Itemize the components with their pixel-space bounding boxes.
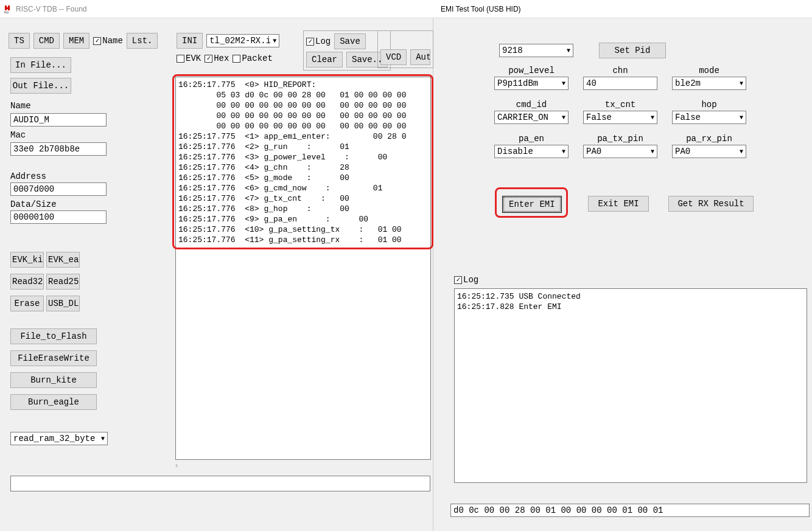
mode-dropdown[interactable]: ble2m▼ [672,77,746,90]
datasize-input[interactable] [10,210,107,224]
pa-rx-pin-dropdown[interactable]: PA0▼ [672,145,746,158]
svg-text:hci: hci [4,10,9,14]
name-checkbox[interactable]: ✓Name [93,36,123,46]
file-to-flash-button[interactable]: File_to_Flash [10,328,97,344]
read256-button[interactable]: Read256 [46,274,80,290]
tx-cnt-dropdown[interactable]: False▼ [583,111,657,124]
evk-kite-button[interactable]: EVK_kite [10,252,44,268]
log2-output[interactable]: 16:25:12.735 USB Connected 16:25:17.828 … [454,288,807,483]
svg-rect-2 [8,5,10,10]
pa-rx-pin-label: pa_rx_pin [686,134,732,144]
chevron-down-icon: ▼ [99,436,105,442]
save-button[interactable]: Save [334,33,366,49]
window-title-right: EMI Test Tool (USB HID) [441,5,521,13]
mac-input[interactable] [10,142,107,156]
lst-button[interactable]: Lst. [127,33,158,49]
hci-logo-icon: hci [4,4,13,14]
window-title-left: RISC-V TDB -- Found [16,5,86,13]
pa-en-label: pa_en [519,134,544,144]
get-rx-result-button[interactable]: Get RX Result [668,196,754,212]
clear-button[interactable]: Clear [306,52,343,68]
out-file-button[interactable]: Out File... [10,78,71,94]
chevron-down-icon: ▼ [559,148,565,155]
chevron-down-icon: ▼ [737,80,743,87]
command-input[interactable] [10,476,430,491]
cmd-id-label: cmd_id [516,100,547,109]
pa-tx-pin-label: pa_tx_pin [597,134,643,144]
ts-button[interactable]: TS [9,33,30,49]
auto-button[interactable]: Auto [410,49,430,65]
scroll-left-icon[interactable]: ‹ [175,461,178,470]
mode-label: mode [699,66,719,75]
pid-dropdown[interactable]: 9218▼ [499,44,573,57]
mem-button[interactable]: MEM [63,33,89,49]
datasize-label: Data/Size [10,200,57,209]
burn-eagle-button[interactable]: Burn_eagle [10,394,97,410]
hex-checkbox[interactable]: ✓Hex [205,54,229,63]
chevron-down-icon: ▼ [737,148,743,155]
log-output[interactable]: 16:25:17.775 <0> HID_REPORT: 05 03 d0 0c… [175,77,431,460]
read-ram-dropdown[interactable]: read_ram_32_byte▼ [10,432,108,445]
ini-button[interactable]: INI [177,33,203,49]
evk-checkbox[interactable]: EVK [177,54,201,63]
chevron-down-icon: ▼ [648,114,654,121]
vcd-button[interactable]: VCD [380,49,407,65]
chevron-down-icon: ▼ [270,38,276,44]
cmd-button[interactable]: CMD [33,33,60,49]
erase-button[interactable]: Erase [10,296,44,311]
chn-input[interactable] [583,77,657,90]
read32-button[interactable]: Read32 [10,274,44,290]
log2-checkbox[interactable]: ✓Log [454,275,478,285]
hop-dropdown[interactable]: False▼ [672,111,746,124]
address-label: Address [10,172,46,181]
address-input[interactable] [10,182,107,196]
pa-en-dropdown[interactable]: Disable▼ [494,145,569,158]
chevron-down-icon: ▼ [559,114,565,121]
hop-label: hop [701,100,716,109]
chn-label: chn [612,66,628,75]
set-pid-button[interactable]: Set Pid [599,43,666,58]
mac-label: Mac [10,130,26,140]
ini-file-dropdown[interactable]: tl_02M2-RX.i▼ [206,34,279,47]
enter-emi-button[interactable]: Enter EMI [502,196,562,213]
name-input[interactable] [10,113,107,127]
burn-kite-button[interactable]: Burn_kite [10,372,97,388]
usb-dl-button[interactable]: USB_DL [46,296,80,311]
chevron-down-icon: ▼ [648,148,654,155]
packet-checkbox[interactable]: Packet [233,54,272,63]
tx-cnt-label: tx_cnt [605,100,635,109]
file-erase-write-button[interactable]: FileEraseWrite [10,350,97,366]
exit-emi-button[interactable]: Exit EMI [588,196,649,212]
log-checkbox[interactable]: ✓Log [306,36,331,46]
in-file-button[interactable]: In File... [10,57,71,73]
evk-eagle-button[interactable]: EVK_eagle [46,252,80,268]
pow-level-label: pow_level [508,66,555,75]
cmd-id-dropdown[interactable]: CARRIER_ON▼ [494,111,569,124]
hex-output[interactable] [450,504,810,517]
chevron-down-icon: ▼ [737,114,743,121]
chevron-down-icon: ▼ [564,47,570,54]
name-label: Name [10,101,31,111]
pa-tx-pin-dropdown[interactable]: PA0▼ [583,145,657,158]
chevron-down-icon: ▼ [559,80,565,87]
pow-level-dropdown[interactable]: P9p11dBm▼ [494,77,569,90]
